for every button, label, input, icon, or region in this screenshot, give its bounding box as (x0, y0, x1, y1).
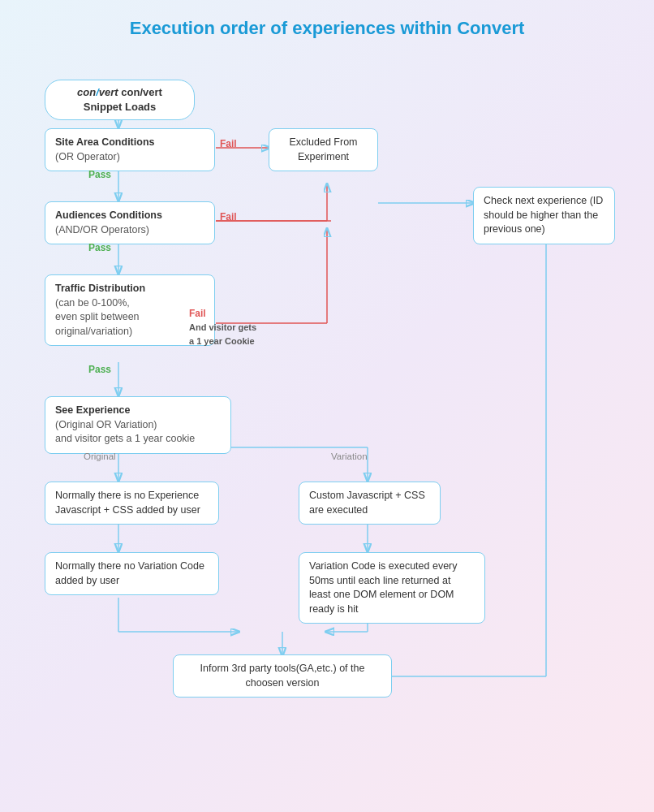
pass-label-2: Pass (88, 242, 111, 253)
custom-js-box: Custom Javascript + CSS are executed (299, 482, 441, 525)
no-experience-js-box: Normally there is no Experience Javascri… (45, 482, 219, 525)
variation-label: Variation (331, 451, 368, 461)
pass-label-3: Pass (88, 364, 111, 375)
snippet-box: con/vert con/vert Snippet Loads (45, 80, 195, 120)
see-experience-box: See Experience (Original OR Variation)an… (45, 396, 231, 454)
excluded-box: Excluded From Experiment (269, 128, 378, 171)
no-variation-code-box: Normally there no Variation Code added b… (45, 552, 219, 595)
check-next-box: Check next experience (ID should be high… (473, 187, 615, 244)
pass-label-1: Pass (88, 169, 111, 180)
original-label: Original (84, 451, 116, 461)
variation-code-box: Variation Code is executed every 50ms un… (299, 552, 485, 624)
site-area-box: Site Area Conditions(OR Operator) (45, 128, 215, 171)
fail-label-1: Fail (220, 138, 237, 149)
audiences-box: Audiences Conditions(AND/OR Operators) (45, 201, 215, 244)
fail-label-3: Fail And visitor getsa 1 year Cookie (189, 307, 256, 348)
fail-label-2: Fail (220, 211, 237, 222)
page-title: Execution order of experiences within Co… (0, 0, 654, 47)
inform-3rd-box: Inform 3rd party tools(GA,etc.) of the c… (173, 654, 392, 698)
